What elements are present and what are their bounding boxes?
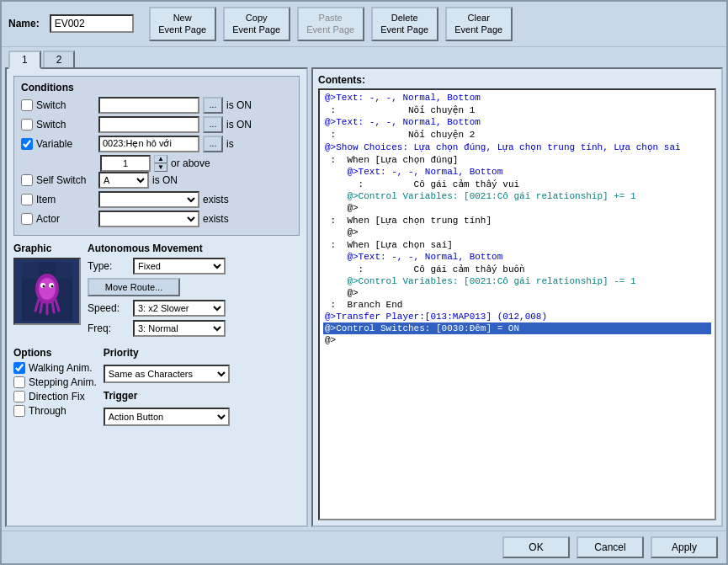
tab-bar: 1 2: [2, 47, 726, 67]
content-line[interactable]: @>Show Choices: Lựa chọn đúng, Lựa chọn …: [323, 141, 711, 153]
contents-list[interactable]: @>Text: -, -, Normal, Bottom : Nối chuyệ…: [318, 88, 716, 520]
item-checkbox[interactable]: [21, 194, 33, 205]
item-exists: exists: [203, 194, 229, 205]
options-section: Options Walking Anim. Stepping Anim. Dir…: [13, 347, 97, 426]
cancel-button[interactable]: Cancel: [577, 536, 644, 558]
priority-title: Priority: [104, 347, 300, 359]
stepping-anim-row: Stepping Anim.: [13, 376, 97, 388]
svg-point-8: [39, 278, 56, 300]
variable-checkbox[interactable]: [21, 138, 33, 150]
name-section: Name:: [8, 14, 134, 33]
apply-button[interactable]: Apply: [651, 536, 718, 558]
move-route-button[interactable]: Move Route...: [88, 278, 180, 296]
variable-row: Variable ... is: [21, 136, 292, 152]
walking-anim-row: Walking Anim.: [13, 362, 97, 374]
switch1-checkbox[interactable]: [21, 99, 33, 111]
actor-checkbox[interactable]: [21, 213, 33, 225]
actor-exists: exists: [203, 213, 229, 225]
variable-is: is: [226, 138, 234, 150]
name-label: Name:: [8, 18, 40, 29]
tab-2[interactable]: 2: [43, 51, 76, 67]
item-row: Item exists: [21, 191, 292, 208]
item-label: Item: [36, 194, 95, 205]
variable-btn[interactable]: ...: [203, 136, 223, 152]
switch2-btn[interactable]: ...: [203, 116, 223, 133]
name-input[interactable]: [50, 14, 134, 33]
type-select[interactable]: Fixed Random Approach Custom: [133, 258, 226, 275]
switch1-ison: is ON: [226, 99, 252, 111]
variable-label: Variable: [36, 138, 95, 150]
direction-fix-checkbox[interactable]: [13, 391, 25, 402]
content-line[interactable]: @>Text: -, -, Normal, Bottom: [323, 166, 711, 178]
trigger-select[interactable]: Action Button Player Touch Event Touch A…: [104, 408, 230, 426]
delete-event-page-button[interactable]: DeleteEvent Page: [371, 7, 438, 41]
clear-event-page-button[interactable]: ClearEvent Page: [445, 7, 513, 41]
graphic-preview[interactable]: [13, 258, 81, 325]
right-panel: Contents: @>Text: -, -, Normal, Bottom :…: [311, 67, 723, 527]
content-line[interactable]: @>: [323, 334, 711, 346]
content-line[interactable]: : Cô gái cảm thấy vui: [323, 178, 711, 190]
conditions-title: Conditions: [21, 82, 292, 93]
actor-label: Actor: [36, 213, 95, 225]
content-line[interactable]: @>Control Variables: [0021:Cô gái relati…: [323, 275, 711, 287]
variable-input[interactable]: [98, 136, 199, 152]
graphic-section: Graphic: [13, 243, 81, 340]
priority-select[interactable]: Below Characters Same as Characters Abov…: [104, 365, 230, 383]
content-line[interactable]: : Cô gái cảm thấy buồn: [323, 263, 711, 275]
speed-label: Speed:: [88, 302, 130, 314]
content-line[interactable]: @>: [323, 202, 711, 214]
switch2-checkbox[interactable]: [21, 119, 33, 131]
paste-event-page-button[interactable]: PasteEvent Page: [297, 7, 364, 41]
content-line[interactable]: : When [Lựa chọn sai]: [323, 238, 711, 251]
move-freq-row: Freq: 1: Lowest 2: Lower 3: Normal 4: Hi…: [88, 320, 300, 337]
switch1-btn[interactable]: ...: [203, 97, 223, 114]
main-content: Conditions Switch ... is ON Switch ... i…: [2, 67, 726, 530]
item-select[interactable]: [98, 191, 199, 208]
tab-1[interactable]: 1: [8, 51, 41, 69]
new-event-page-button[interactable]: NewEvent Page: [149, 7, 216, 41]
switch2-input[interactable]: [98, 116, 199, 133]
direction-fix-row: Direction Fix: [13, 391, 97, 402]
self-switch-select[interactable]: ABCD: [98, 172, 149, 189]
stepping-anim-label: Stepping Anim.: [29, 376, 97, 388]
switch1-input[interactable]: [98, 97, 199, 114]
content-line[interactable]: : Nối chuyện 1: [323, 104, 711, 116]
content-line[interactable]: @>Transfer Player:[013:MAP013] (012,008): [323, 311, 711, 322]
content-line[interactable]: @>Control Variables: [0021:Cô gái relati…: [323, 190, 711, 202]
freq-select[interactable]: 1: Lowest 2: Lower 3: Normal 4: Higher 5…: [133, 320, 226, 337]
move-type-row: Type: Fixed Random Approach Custom: [88, 258, 300, 275]
self-switch-row: Self Switch ABCD is ON: [21, 172, 292, 189]
content-line[interactable]: @>Text: -, -, Normal, Bottom: [323, 92, 711, 104]
ok-button[interactable]: OK: [502, 536, 570, 558]
trigger-section: Trigger Action Button Player Touch Event…: [104, 390, 300, 426]
content-line[interactable]: : Branch End: [323, 299, 711, 311]
walking-anim-label: Walking Anim.: [29, 362, 93, 374]
variable-value-input[interactable]: [100, 155, 151, 172]
toolbar: Name: NewEvent Page CopyEvent Page Paste…: [2, 2, 726, 47]
content-line[interactable]: @>Text: -, -, Normal, Bottom: [323, 251, 711, 263]
svg-line-16: [52, 301, 54, 312]
content-line[interactable]: : When [Lựa chọn đúng]: [323, 153, 711, 166]
content-line[interactable]: @>: [323, 227, 711, 238]
through-checkbox[interactable]: [13, 405, 25, 417]
self-switch-checkbox[interactable]: [21, 174, 33, 186]
stepping-anim-checkbox[interactable]: [13, 376, 25, 388]
content-line[interactable]: @>Text: -, -, Normal, Bottom: [323, 116, 711, 128]
walking-anim-checkbox[interactable]: [13, 362, 25, 374]
content-line[interactable]: : When [Lựa chọn trung tính]: [323, 214, 711, 227]
priority-section: Priority Below Characters Same as Charac…: [104, 347, 300, 383]
spin-down-btn[interactable]: ▼: [154, 163, 167, 172]
spin-up-btn[interactable]: ▲: [154, 155, 167, 163]
content-line[interactable]: @>: [323, 287, 711, 299]
speed-select[interactable]: 1: x8 Slower 2: x4 Slower 3: x2 Slower 4…: [133, 300, 226, 317]
content-line-selected[interactable]: @>Control Switches: [0030:Đêm] = ON: [323, 322, 711, 334]
through-row: Through: [13, 405, 97, 417]
svg-rect-3: [56, 262, 72, 279]
copy-event-page-button[interactable]: CopyEvent Page: [223, 7, 290, 41]
switch2-ison: is ON: [226, 119, 252, 131]
direction-fix-label: Direction Fix: [29, 391, 85, 402]
content-line[interactable]: : Nối chuyện 2: [323, 128, 711, 141]
movement-title: Autonomous Movement: [88, 243, 300, 254]
graphic-title: Graphic: [13, 243, 81, 254]
actor-select[interactable]: [98, 211, 199, 227]
